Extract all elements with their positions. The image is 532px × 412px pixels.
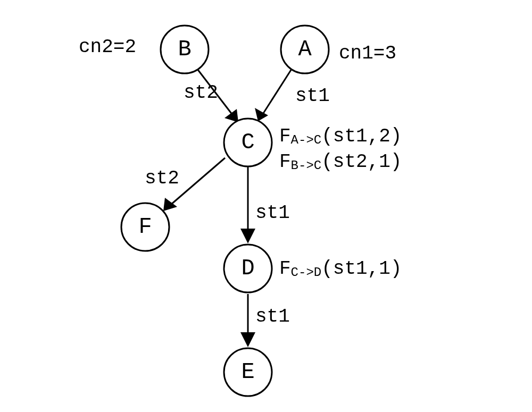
diagram-canvas: st2 st1 st2 st1 st1 B cn2=2 A cn1=3: [0, 0, 532, 412]
edge-label-D-E: st1: [255, 306, 290, 327]
node-C: C FA->C(st1,2) FB->C(st2,1): [224, 119, 402, 173]
svg-text:A: A: [298, 37, 312, 62]
node-E: E: [224, 348, 272, 396]
svg-text:F: F: [138, 214, 152, 240]
annotation-F-CD: FC->D(st1,1): [279, 258, 402, 280]
svg-text:D: D: [241, 256, 254, 281]
svg-marker-9: [240, 332, 255, 347]
edge-D-E: st1: [240, 294, 290, 347]
svg-text:C: C: [241, 130, 254, 155]
annotation-cn1: cn1=3: [339, 43, 396, 64]
node-B: B cn2=2: [79, 26, 209, 73]
node-A: A cn1=3: [281, 26, 396, 73]
node-F: F: [121, 203, 169, 251]
annotation-F-AC: FA->C(st1,2): [279, 125, 402, 148]
svg-marker-5: [163, 198, 177, 211]
annotation-cn2: cn2=2: [79, 36, 136, 58]
edge-B-C: st2: [184, 69, 238, 122]
edge-C-F: st2: [145, 158, 225, 211]
svg-text:B: B: [178, 37, 191, 62]
svg-line-2: [263, 69, 292, 113]
edge-label-B-C: st2: [184, 82, 218, 104]
edge-C-D: st1: [240, 166, 290, 243]
edge-label-C-F: st2: [145, 167, 179, 189]
edge-A-C: st1: [255, 69, 330, 121]
svg-marker-7: [240, 229, 255, 243]
edge-label-A-C: st1: [295, 85, 330, 107]
svg-text:E: E: [241, 359, 254, 385]
node-D: D FC->D(st1,1): [224, 245, 402, 292]
edge-label-C-D: st1: [255, 202, 290, 224]
annotation-F-BC: FB->C(st2,1): [279, 151, 402, 173]
svg-marker-1: [225, 109, 238, 122]
